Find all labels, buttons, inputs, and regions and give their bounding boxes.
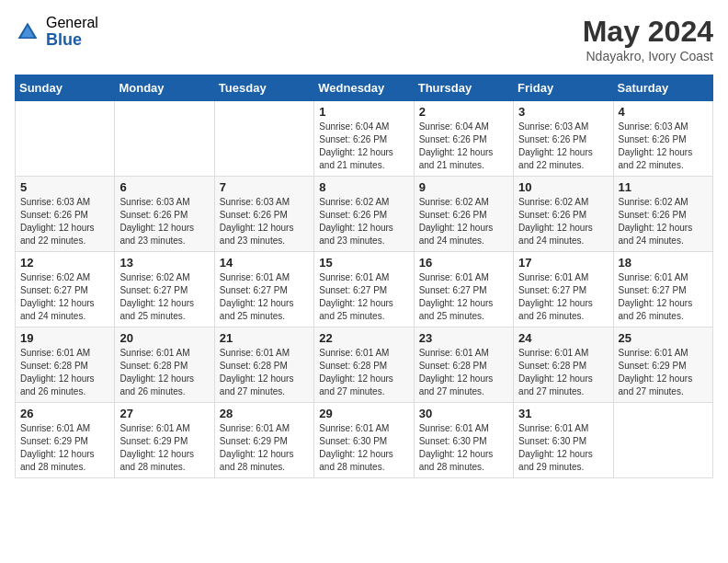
weekday-header: Sunday <box>16 75 115 101</box>
logo-icon <box>15 19 40 45</box>
logo-text: General Blue <box>46 15 98 49</box>
day-number: 20 <box>119 331 209 345</box>
weekday-header: Tuesday <box>214 75 313 101</box>
day-info: Sunrise: 6:01 AM Sunset: 6:27 PM Dayligh… <box>220 271 309 323</box>
calendar-week-row: 5Sunrise: 6:03 AM Sunset: 6:26 PM Daylig… <box>16 177 713 252</box>
day-number: 1 <box>319 105 408 119</box>
calendar-cell: 16Sunrise: 6:01 AM Sunset: 6:27 PM Dayli… <box>414 252 513 327</box>
calendar-cell: 17Sunrise: 6:01 AM Sunset: 6:27 PM Dayli… <box>514 252 613 327</box>
day-number: 19 <box>20 331 109 345</box>
calendar-week-row: 12Sunrise: 6:02 AM Sunset: 6:27 PM Dayli… <box>16 252 713 327</box>
title-section: May 2024 Ndayakro, Ivory Coast <box>583 15 713 63</box>
day-info: Sunrise: 6:01 AM Sunset: 6:30 PM Dayligh… <box>319 422 408 474</box>
day-info: Sunrise: 6:01 AM Sunset: 6:30 PM Dayligh… <box>518 422 608 474</box>
logo: General Blue <box>15 15 98 49</box>
day-number: 25 <box>619 331 708 345</box>
calendar-cell: 20Sunrise: 6:01 AM Sunset: 6:28 PM Dayli… <box>115 327 214 403</box>
day-info: Sunrise: 6:01 AM Sunset: 6:28 PM Dayligh… <box>419 347 508 398</box>
day-info: Sunrise: 6:01 AM Sunset: 6:29 PM Dayligh… <box>119 422 209 474</box>
calendar-cell: 12Sunrise: 6:02 AM Sunset: 6:27 PM Dayli… <box>16 252 115 327</box>
day-number: 9 <box>419 180 508 194</box>
calendar-cell: 22Sunrise: 6:01 AM Sunset: 6:28 PM Dayli… <box>314 327 414 403</box>
day-info: Sunrise: 6:03 AM Sunset: 6:26 PM Dayligh… <box>20 196 109 247</box>
calendar-cell: 5Sunrise: 6:03 AM Sunset: 6:26 PM Daylig… <box>16 177 115 252</box>
day-number: 21 <box>220 331 309 345</box>
day-info: Sunrise: 6:02 AM Sunset: 6:26 PM Dayligh… <box>419 196 508 247</box>
logo-general: General <box>46 15 98 31</box>
location: Ndayakro, Ivory Coast <box>583 49 713 63</box>
day-info: Sunrise: 6:01 AM Sunset: 6:28 PM Dayligh… <box>319 347 408 398</box>
weekday-header: Monday <box>115 75 214 101</box>
calendar-week-row: 1Sunrise: 6:04 AM Sunset: 6:26 PM Daylig… <box>16 101 713 177</box>
calendar-cell <box>613 403 712 478</box>
day-info: Sunrise: 6:01 AM Sunset: 6:27 PM Dayligh… <box>419 271 508 323</box>
day-number: 2 <box>419 105 508 119</box>
day-number: 28 <box>220 407 309 420</box>
calendar-cell: 4Sunrise: 6:03 AM Sunset: 6:26 PM Daylig… <box>613 101 712 177</box>
calendar-cell: 9Sunrise: 6:02 AM Sunset: 6:26 PM Daylig… <box>414 177 513 252</box>
day-number: 3 <box>518 105 608 119</box>
day-number: 6 <box>119 180 209 194</box>
day-number: 8 <box>319 180 408 194</box>
calendar-table: SundayMondayTuesdayWednesdayThursdayFrid… <box>15 75 713 478</box>
day-number: 7 <box>220 180 309 194</box>
calendar-cell: 15Sunrise: 6:01 AM Sunset: 6:27 PM Dayli… <box>314 252 414 327</box>
day-number: 14 <box>220 256 309 270</box>
calendar-cell: 28Sunrise: 6:01 AM Sunset: 6:29 PM Dayli… <box>214 403 313 478</box>
day-number: 29 <box>319 407 408 420</box>
day-info: Sunrise: 6:01 AM Sunset: 6:29 PM Dayligh… <box>20 422 109 474</box>
calendar-cell: 19Sunrise: 6:01 AM Sunset: 6:28 PM Dayli… <box>16 327 115 403</box>
day-info: Sunrise: 6:02 AM Sunset: 6:26 PM Dayligh… <box>319 196 408 247</box>
calendar-cell: 25Sunrise: 6:01 AM Sunset: 6:29 PM Dayli… <box>613 327 712 403</box>
weekday-header: Friday <box>514 75 613 101</box>
day-info: Sunrise: 6:04 AM Sunset: 6:26 PM Dayligh… <box>419 121 508 172</box>
day-number: 22 <box>319 331 408 345</box>
day-number: 24 <box>518 331 608 345</box>
day-number: 26 <box>20 407 109 420</box>
day-number: 5 <box>20 180 109 194</box>
day-info: Sunrise: 6:01 AM Sunset: 6:27 PM Dayligh… <box>619 271 708 323</box>
day-number: 18 <box>619 256 708 270</box>
calendar-cell: 29Sunrise: 6:01 AM Sunset: 6:30 PM Dayli… <box>314 403 414 478</box>
day-info: Sunrise: 6:03 AM Sunset: 6:26 PM Dayligh… <box>518 121 608 172</box>
weekday-header: Saturday <box>613 75 712 101</box>
calendar-cell: 18Sunrise: 6:01 AM Sunset: 6:27 PM Dayli… <box>613 252 712 327</box>
weekday-header-row: SundayMondayTuesdayWednesdayThursdayFrid… <box>16 75 713 101</box>
calendar-cell: 21Sunrise: 6:01 AM Sunset: 6:28 PM Dayli… <box>214 327 313 403</box>
logo-blue: Blue <box>46 31 98 50</box>
day-number: 4 <box>619 105 708 119</box>
day-info: Sunrise: 6:03 AM Sunset: 6:26 PM Dayligh… <box>119 196 209 247</box>
page-header: General Blue May 2024 Ndayakro, Ivory Co… <box>15 15 713 63</box>
calendar-cell: 2Sunrise: 6:04 AM Sunset: 6:26 PM Daylig… <box>414 101 513 177</box>
day-info: Sunrise: 6:01 AM Sunset: 6:28 PM Dayligh… <box>518 347 608 398</box>
calendar-cell: 3Sunrise: 6:03 AM Sunset: 6:26 PM Daylig… <box>514 101 613 177</box>
day-number: 11 <box>619 180 708 194</box>
calendar-cell: 13Sunrise: 6:02 AM Sunset: 6:27 PM Dayli… <box>115 252 214 327</box>
day-number: 30 <box>419 407 508 420</box>
day-info: Sunrise: 6:03 AM Sunset: 6:26 PM Dayligh… <box>220 196 309 247</box>
calendar-cell: 30Sunrise: 6:01 AM Sunset: 6:30 PM Dayli… <box>414 403 513 478</box>
day-number: 10 <box>518 180 608 194</box>
day-info: Sunrise: 6:04 AM Sunset: 6:26 PM Dayligh… <box>319 121 408 172</box>
calendar-cell <box>115 101 214 177</box>
calendar-cell: 31Sunrise: 6:01 AM Sunset: 6:30 PM Dayli… <box>514 403 613 478</box>
calendar-week-row: 19Sunrise: 6:01 AM Sunset: 6:28 PM Dayli… <box>16 327 713 403</box>
calendar-cell: 8Sunrise: 6:02 AM Sunset: 6:26 PM Daylig… <box>314 177 414 252</box>
day-number: 13 <box>119 256 209 270</box>
calendar-cell: 6Sunrise: 6:03 AM Sunset: 6:26 PM Daylig… <box>115 177 214 252</box>
day-info: Sunrise: 6:01 AM Sunset: 6:29 PM Dayligh… <box>220 422 309 474</box>
calendar-cell: 10Sunrise: 6:02 AM Sunset: 6:26 PM Dayli… <box>514 177 613 252</box>
day-info: Sunrise: 6:01 AM Sunset: 6:29 PM Dayligh… <box>619 347 708 398</box>
day-info: Sunrise: 6:01 AM Sunset: 6:30 PM Dayligh… <box>419 422 508 474</box>
day-number: 12 <box>20 256 109 270</box>
weekday-header: Thursday <box>414 75 513 101</box>
day-info: Sunrise: 6:01 AM Sunset: 6:27 PM Dayligh… <box>518 271 608 323</box>
day-info: Sunrise: 6:03 AM Sunset: 6:26 PM Dayligh… <box>619 121 708 172</box>
day-info: Sunrise: 6:02 AM Sunset: 6:26 PM Dayligh… <box>518 196 608 247</box>
day-number: 17 <box>518 256 608 270</box>
calendar-cell: 24Sunrise: 6:01 AM Sunset: 6:28 PM Dayli… <box>514 327 613 403</box>
calendar-week-row: 26Sunrise: 6:01 AM Sunset: 6:29 PM Dayli… <box>16 403 713 478</box>
day-info: Sunrise: 6:02 AM Sunset: 6:27 PM Dayligh… <box>20 271 109 323</box>
weekday-header: Wednesday <box>314 75 414 101</box>
day-number: 15 <box>319 256 408 270</box>
